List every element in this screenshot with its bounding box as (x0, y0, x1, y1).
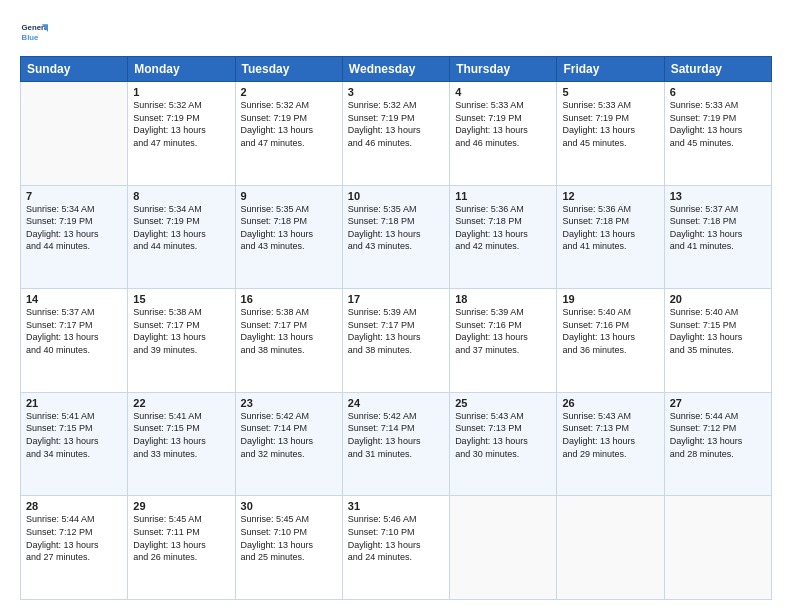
calendar-cell: 27Sunrise: 5:44 AM Sunset: 7:12 PM Dayli… (664, 392, 771, 496)
day-info: Sunrise: 5:43 AM Sunset: 7:13 PM Dayligh… (562, 410, 658, 460)
day-number: 7 (26, 190, 122, 202)
header: General Blue (20, 18, 772, 46)
day-info: Sunrise: 5:38 AM Sunset: 7:17 PM Dayligh… (241, 306, 337, 356)
day-info: Sunrise: 5:46 AM Sunset: 7:10 PM Dayligh… (348, 513, 444, 563)
calendar-cell: 17Sunrise: 5:39 AM Sunset: 7:17 PM Dayli… (342, 289, 449, 393)
day-number: 26 (562, 397, 658, 409)
day-info: Sunrise: 5:38 AM Sunset: 7:17 PM Dayligh… (133, 306, 229, 356)
header-row: SundayMondayTuesdayWednesdayThursdayFrid… (21, 57, 772, 82)
col-header-wednesday: Wednesday (342, 57, 449, 82)
calendar-cell: 7Sunrise: 5:34 AM Sunset: 7:19 PM Daylig… (21, 185, 128, 289)
col-header-saturday: Saturday (664, 57, 771, 82)
day-info: Sunrise: 5:42 AM Sunset: 7:14 PM Dayligh… (241, 410, 337, 460)
day-info: Sunrise: 5:44 AM Sunset: 7:12 PM Dayligh… (26, 513, 122, 563)
day-number: 29 (133, 500, 229, 512)
calendar-cell: 1Sunrise: 5:32 AM Sunset: 7:19 PM Daylig… (128, 82, 235, 186)
calendar-cell: 25Sunrise: 5:43 AM Sunset: 7:13 PM Dayli… (450, 392, 557, 496)
calendar-cell (450, 496, 557, 600)
calendar-cell: 6Sunrise: 5:33 AM Sunset: 7:19 PM Daylig… (664, 82, 771, 186)
day-info: Sunrise: 5:35 AM Sunset: 7:18 PM Dayligh… (348, 203, 444, 253)
day-info: Sunrise: 5:40 AM Sunset: 7:16 PM Dayligh… (562, 306, 658, 356)
calendar-cell: 18Sunrise: 5:39 AM Sunset: 7:16 PM Dayli… (450, 289, 557, 393)
day-number: 6 (670, 86, 766, 98)
calendar-cell: 23Sunrise: 5:42 AM Sunset: 7:14 PM Dayli… (235, 392, 342, 496)
calendar-cell (21, 82, 128, 186)
day-info: Sunrise: 5:39 AM Sunset: 7:17 PM Dayligh… (348, 306, 444, 356)
week-row-1: 1Sunrise: 5:32 AM Sunset: 7:19 PM Daylig… (21, 82, 772, 186)
day-number: 10 (348, 190, 444, 202)
day-number: 28 (26, 500, 122, 512)
calendar-cell: 31Sunrise: 5:46 AM Sunset: 7:10 PM Dayli… (342, 496, 449, 600)
calendar-cell: 2Sunrise: 5:32 AM Sunset: 7:19 PM Daylig… (235, 82, 342, 186)
calendar-cell: 28Sunrise: 5:44 AM Sunset: 7:12 PM Dayli… (21, 496, 128, 600)
calendar-cell: 30Sunrise: 5:45 AM Sunset: 7:10 PM Dayli… (235, 496, 342, 600)
col-header-tuesday: Tuesday (235, 57, 342, 82)
calendar-cell: 9Sunrise: 5:35 AM Sunset: 7:18 PM Daylig… (235, 185, 342, 289)
day-info: Sunrise: 5:36 AM Sunset: 7:18 PM Dayligh… (455, 203, 551, 253)
day-info: Sunrise: 5:41 AM Sunset: 7:15 PM Dayligh… (133, 410, 229, 460)
day-info: Sunrise: 5:45 AM Sunset: 7:10 PM Dayligh… (241, 513, 337, 563)
day-info: Sunrise: 5:36 AM Sunset: 7:18 PM Dayligh… (562, 203, 658, 253)
calendar-cell: 26Sunrise: 5:43 AM Sunset: 7:13 PM Dayli… (557, 392, 664, 496)
day-info: Sunrise: 5:43 AM Sunset: 7:13 PM Dayligh… (455, 410, 551, 460)
day-number: 1 (133, 86, 229, 98)
calendar-cell: 29Sunrise: 5:45 AM Sunset: 7:11 PM Dayli… (128, 496, 235, 600)
day-number: 2 (241, 86, 337, 98)
week-row-2: 7Sunrise: 5:34 AM Sunset: 7:19 PM Daylig… (21, 185, 772, 289)
day-number: 18 (455, 293, 551, 305)
day-number: 5 (562, 86, 658, 98)
calendar-cell: 24Sunrise: 5:42 AM Sunset: 7:14 PM Dayli… (342, 392, 449, 496)
day-number: 8 (133, 190, 229, 202)
day-info: Sunrise: 5:45 AM Sunset: 7:11 PM Dayligh… (133, 513, 229, 563)
day-info: Sunrise: 5:32 AM Sunset: 7:19 PM Dayligh… (133, 99, 229, 149)
day-number: 22 (133, 397, 229, 409)
calendar-cell: 22Sunrise: 5:41 AM Sunset: 7:15 PM Dayli… (128, 392, 235, 496)
day-number: 19 (562, 293, 658, 305)
day-number: 15 (133, 293, 229, 305)
day-info: Sunrise: 5:37 AM Sunset: 7:17 PM Dayligh… (26, 306, 122, 356)
day-number: 31 (348, 500, 444, 512)
calendar-cell (557, 496, 664, 600)
calendar-cell: 20Sunrise: 5:40 AM Sunset: 7:15 PM Dayli… (664, 289, 771, 393)
calendar-cell: 19Sunrise: 5:40 AM Sunset: 7:16 PM Dayli… (557, 289, 664, 393)
day-info: Sunrise: 5:34 AM Sunset: 7:19 PM Dayligh… (26, 203, 122, 253)
day-number: 11 (455, 190, 551, 202)
col-header-thursday: Thursday (450, 57, 557, 82)
calendar-cell: 15Sunrise: 5:38 AM Sunset: 7:17 PM Dayli… (128, 289, 235, 393)
day-number: 14 (26, 293, 122, 305)
calendar-cell: 3Sunrise: 5:32 AM Sunset: 7:19 PM Daylig… (342, 82, 449, 186)
day-info: Sunrise: 5:42 AM Sunset: 7:14 PM Dayligh… (348, 410, 444, 460)
calendar-cell: 10Sunrise: 5:35 AM Sunset: 7:18 PM Dayli… (342, 185, 449, 289)
svg-text:Blue: Blue (22, 33, 40, 42)
day-number: 4 (455, 86, 551, 98)
day-number: 25 (455, 397, 551, 409)
calendar-cell: 13Sunrise: 5:37 AM Sunset: 7:18 PM Dayli… (664, 185, 771, 289)
calendar-cell: 8Sunrise: 5:34 AM Sunset: 7:19 PM Daylig… (128, 185, 235, 289)
calendar-cell: 14Sunrise: 5:37 AM Sunset: 7:17 PM Dayli… (21, 289, 128, 393)
day-number: 23 (241, 397, 337, 409)
day-number: 9 (241, 190, 337, 202)
day-number: 13 (670, 190, 766, 202)
calendar-cell: 5Sunrise: 5:33 AM Sunset: 7:19 PM Daylig… (557, 82, 664, 186)
calendar-cell: 21Sunrise: 5:41 AM Sunset: 7:15 PM Dayli… (21, 392, 128, 496)
calendar-cell (664, 496, 771, 600)
week-row-5: 28Sunrise: 5:44 AM Sunset: 7:12 PM Dayli… (21, 496, 772, 600)
day-info: Sunrise: 5:37 AM Sunset: 7:18 PM Dayligh… (670, 203, 766, 253)
day-number: 30 (241, 500, 337, 512)
day-info: Sunrise: 5:44 AM Sunset: 7:12 PM Dayligh… (670, 410, 766, 460)
day-info: Sunrise: 5:40 AM Sunset: 7:15 PM Dayligh… (670, 306, 766, 356)
day-number: 20 (670, 293, 766, 305)
day-info: Sunrise: 5:33 AM Sunset: 7:19 PM Dayligh… (562, 99, 658, 149)
calendar-cell: 4Sunrise: 5:33 AM Sunset: 7:19 PM Daylig… (450, 82, 557, 186)
day-number: 3 (348, 86, 444, 98)
calendar-cell: 16Sunrise: 5:38 AM Sunset: 7:17 PM Dayli… (235, 289, 342, 393)
day-info: Sunrise: 5:33 AM Sunset: 7:19 PM Dayligh… (670, 99, 766, 149)
logo-icon: General Blue (20, 18, 48, 46)
day-info: Sunrise: 5:33 AM Sunset: 7:19 PM Dayligh… (455, 99, 551, 149)
day-info: Sunrise: 5:39 AM Sunset: 7:16 PM Dayligh… (455, 306, 551, 356)
day-info: Sunrise: 5:34 AM Sunset: 7:19 PM Dayligh… (133, 203, 229, 253)
day-number: 24 (348, 397, 444, 409)
day-number: 21 (26, 397, 122, 409)
calendar-table: SundayMondayTuesdayWednesdayThursdayFrid… (20, 56, 772, 600)
day-info: Sunrise: 5:35 AM Sunset: 7:18 PM Dayligh… (241, 203, 337, 253)
